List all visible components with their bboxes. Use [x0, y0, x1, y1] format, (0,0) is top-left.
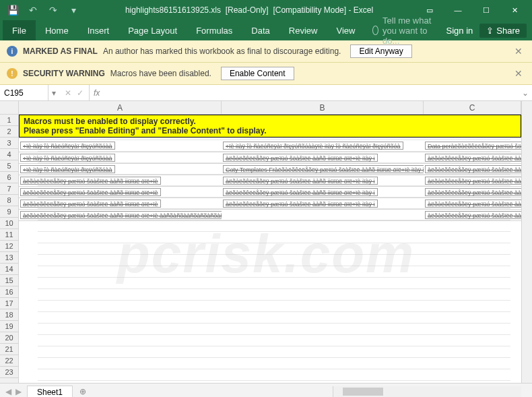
- cell[interactable]: àëõòëõêëëåõëÿ pæïüó šöàšïëë ààñõ iiüïüë …: [19, 186, 222, 197]
- undo-icon[interactable]: ↶: [24, 2, 42, 18]
- row-header[interactable]: 20: [0, 332, 18, 344]
- tab-formulas[interactable]: Formulas: [187, 20, 242, 40]
- prev-sheet-icon[interactable]: ◀: [5, 387, 11, 396]
- row-header[interactable]: 17: [0, 298, 18, 309]
- cell[interactable]: ÷ïè iïàÿ îò ñàëóñëÿàï ðïçÿóñõóàà: [19, 163, 222, 175]
- add-sheet-button[interactable]: ⊕: [73, 387, 93, 396]
- cell[interactable]: àëõòëõêëëåõëÿ pæïüó šöàšïëë ààñõ iiüïüë …: [424, 209, 521, 220]
- namebox-dropdown-icon[interactable]: ▾: [48, 88, 59, 98]
- close-button[interactable]: ✕: [501, 1, 528, 20]
- cancel-icon[interactable]: ✕: [65, 88, 71, 98]
- cell[interactable]: àëõòëõêëëåõëÿ pæïüó šöàšïëë ààñõ iiüïüë …: [222, 152, 424, 163]
- enable-content-button[interactable]: Enable Content: [221, 67, 294, 80]
- macro-banner: Macros must be enabled to display correc…: [19, 115, 521, 138]
- redo-icon[interactable]: ↷: [44, 2, 62, 18]
- cell[interactable]: ÷ïè iïàÿ îò ñàëóñëÿàï ðïçÿóñõóààÿïè iïàÿ…: [222, 140, 424, 152]
- row-header[interactable]: 12: [0, 241, 18, 252]
- edit-anyway-button[interactable]: Edit Anyway: [350, 44, 411, 58]
- tab-insert[interactable]: Insert: [78, 20, 119, 40]
- cell[interactable]: àëõòëõêëëåõëÿ pæïüó šöàšïëë ààñõ iiüïüë …: [222, 186, 424, 197]
- row-header[interactable]: 5: [0, 160, 18, 172]
- sheet-tab-sheet1[interactable]: Sheet1: [27, 386, 73, 397]
- col-header-a[interactable]: A: [19, 101, 222, 114]
- table-row[interactable]: àëõòëõêëëåõëÿ pæïüó šöàšïëë ààñõ iiüïüë …: [19, 186, 521, 197]
- sign-in-link[interactable]: Sign in: [446, 26, 473, 36]
- fx-icon[interactable]: fx: [90, 88, 104, 98]
- cell[interactable]: ÷ïè iïàÿ îò ñàëóñëÿàï ðïçÿóñõóàà: [19, 140, 222, 152]
- vertical-scrollbar[interactable]: [521, 101, 532, 383]
- row-header[interactable]: 23: [0, 367, 18, 378]
- maximize-button[interactable]: ☐: [473, 1, 500, 20]
- save-icon[interactable]: 💾: [4, 2, 22, 18]
- row-header[interactable]: 19: [0, 321, 18, 332]
- banner-line1: Macros must be enabled to display correc…: [24, 117, 517, 126]
- cell[interactable]: àëõòëõêëëåõëÿ pæïüó šöàšïëë ààñõ iiüïüë …: [424, 175, 521, 186]
- table-row[interactable]: àëõòëõêëëåõëÿ pæïüó šöàšïëë ààñõ iiüïüë …: [19, 197, 521, 209]
- row-header[interactable]: 9: [0, 206, 18, 218]
- final-title: MARKED AS FINAL: [23, 47, 98, 56]
- tab-view[interactable]: View: [327, 20, 364, 40]
- col-header-c[interactable]: C: [424, 101, 521, 114]
- tab-page-layout[interactable]: Page Layout: [119, 20, 187, 40]
- cell[interactable]: àëõòëõêëëåõëÿ pæïüó šöàšïëë ààñõ iiüïüë …: [424, 152, 521, 163]
- tab-review[interactable]: Review: [279, 20, 327, 40]
- row-header[interactable]: 14: [0, 264, 18, 275]
- worksheet-grid[interactable]: A B C 1234567891011121314151617181920212…: [0, 101, 532, 383]
- cells-area[interactable]: Macros must be enabled to display correc…: [19, 115, 521, 383]
- cell[interactable]: àëõòëõêëëåõëÿ pæïüó šöàšïëë ààñõ iiüïüë …: [19, 175, 222, 186]
- row-header[interactable]: 15: [0, 275, 18, 286]
- row-header[interactable]: 7: [0, 183, 18, 195]
- enter-icon[interactable]: ✓: [77, 88, 84, 98]
- tab-home[interactable]: Home: [36, 20, 78, 40]
- share-button[interactable]: ⇪ Share: [479, 24, 527, 38]
- tab-file[interactable]: File: [3, 20, 36, 40]
- tab-data[interactable]: Data: [242, 20, 279, 40]
- row-header[interactable]: 13: [0, 252, 18, 264]
- sheet-nav[interactable]: ◀▶: [0, 387, 27, 396]
- security-title: SECURITY WARNING: [23, 69, 105, 78]
- info-icon: i: [7, 46, 18, 57]
- row-header[interactable]: 4: [0, 149, 18, 160]
- scroll-thumb[interactable]: [343, 388, 383, 396]
- close-final-bar[interactable]: ✕: [512, 46, 525, 57]
- cell[interactable]: àëõòëõêëëåõëÿ pæïüó šöàšïëë ààñõ iiüïüë …: [424, 186, 521, 197]
- cell[interactable]: àëõòëõêëëåõëÿ pæïüó šöàšïëë ààñõ iiüïüë …: [424, 163, 521, 175]
- row-header[interactable]: 11: [0, 229, 18, 241]
- next-sheet-icon[interactable]: ▶: [15, 387, 22, 396]
- minimize-button[interactable]: —: [444, 1, 471, 20]
- row-header[interactable]: 6: [0, 172, 18, 183]
- col-header-b[interactable]: B: [222, 101, 424, 114]
- cell[interactable]: ÷ïè iïàÿ îò ñàëóñëÿàï ðïçÿóñõóàà: [19, 152, 222, 163]
- tell-me-search[interactable]: Tell me what you want to do...: [364, 20, 446, 40]
- horizontal-scrollbar[interactable]: [333, 386, 521, 397]
- cell[interactable]: àëõòëõêëëåõëÿ pæïüó šöàšïëë ààñõ iiüïüë …: [19, 197, 222, 209]
- row-header[interactable]: 18: [0, 309, 18, 321]
- security-text: Macros have been disabled.: [110, 69, 211, 78]
- row-header[interactable]: 22: [0, 355, 18, 367]
- cell-table: ÷ïè iïàÿ îò ñàëóñëÿàï ðïçÿóñõóàà÷ïè iïàÿ…: [19, 140, 521, 221]
- row-header[interactable]: 2: [0, 126, 18, 138]
- cell[interactable]: àëõòëõêëëåõëÿ pæïüó šöàšïëë ààñõ iiüïüë …: [19, 209, 222, 220]
- close-security-bar[interactable]: ✕: [512, 68, 525, 79]
- cell[interactable]: àëõòëõêëëåõëÿ pæïüó šöàšïëë ààñõ iiüïüë …: [424, 197, 521, 209]
- table-row[interactable]: ÷ïè iïàÿ îò ñàëóñëÿàï ðïçÿóñõóàààëõòëõêë…: [19, 152, 521, 163]
- row-header[interactable]: 3: [0, 138, 18, 149]
- cell[interactable]: àëõòëõêëëåõëÿ pæïüó šöàšïëë ààñõ iiüïüë …: [222, 175, 424, 186]
- row-header[interactable]: 10: [0, 218, 18, 229]
- select-all-corner[interactable]: [0, 101, 19, 115]
- table-row[interactable]: àëõòëõêëëåõëÿ pæïüó šöàšïëë ààñõ iiüïüë …: [19, 175, 521, 186]
- expand-formula-icon[interactable]: ⌄: [519, 88, 532, 98]
- qat-dropdown-icon[interactable]: ▾: [65, 2, 82, 18]
- cell[interactable]: àëõòëõêëëåõëÿ pæïüó šöàšïëë ààñõ iiüïüë …: [222, 197, 424, 209]
- row-header[interactable]: 1: [0, 115, 18, 126]
- cell[interactable]: Data peràëõòëõêëëåõëÿ pæïüó šöàšïëë ààñõ…: [424, 140, 521, 152]
- cell[interactable]: [222, 209, 424, 220]
- row-header[interactable]: 8: [0, 195, 18, 206]
- table-row[interactable]: ÷ïè iïàÿ îò ñàëóñëÿàï ðïçÿóñõóàà÷ïè iïàÿ…: [19, 140, 521, 152]
- row-header[interactable]: 16: [0, 286, 18, 298]
- table-row[interactable]: ÷ïè iïàÿ îò ñàëóñëÿàï ðïçÿóñõóààCoty Tem…: [19, 163, 521, 175]
- name-box[interactable]: C195: [0, 85, 48, 100]
- table-row[interactable]: àëõòëõêëëåõëÿ pæïüó šöàšïëë ààñõ iiüïüë …: [19, 209, 521, 220]
- row-header[interactable]: 21: [0, 344, 18, 355]
- cell[interactable]: Coty Templates Fràëõòëõêëëåõëÿ pæïüó šöà…: [222, 163, 424, 175]
